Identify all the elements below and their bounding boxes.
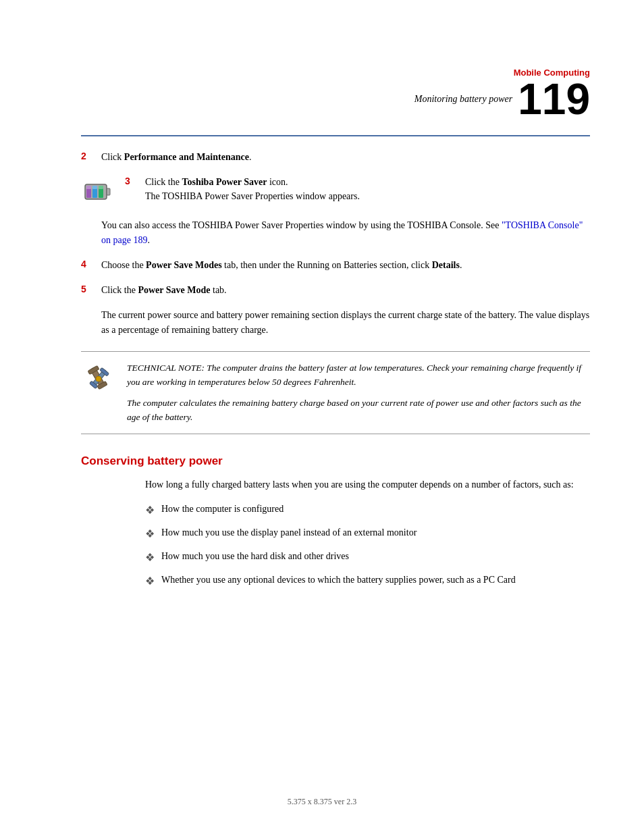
- bullet-diamond: ❖: [145, 502, 155, 519]
- step-3: 3 Click the Toshiba Power Saver icon. Th…: [81, 175, 590, 207]
- list-item: ❖ How much you use the hard disk and oth…: [145, 549, 590, 566]
- section-intro: How long a fully charged battery lasts w…: [145, 477, 590, 492]
- bullet-text-3: How much you use the hard disk and other…: [161, 549, 349, 563]
- section-heading: Conserving battery power: [81, 454, 590, 468]
- step-4: 4 Choose the Power Save Modes tab, then …: [81, 258, 590, 272]
- content-area: 2 Click Performance and Maintenance.: [81, 135, 590, 596]
- note-line2: The computer calculates the remaining ba…: [127, 396, 590, 425]
- svg-rect-1: [107, 188, 110, 195]
- step-4-content: Choose the Power Save Modes tab, then un…: [101, 258, 590, 272]
- step-2-number: 2: [81, 150, 101, 161]
- bullet-text-1: How the computer is configured: [161, 502, 284, 516]
- note-block: TECHNICAL NOTE: The computer drains the …: [81, 351, 590, 435]
- note-text-col: TECHNICAL NOTE: The computer drains the …: [127, 361, 590, 425]
- step-5-content: Click the Power Save Mode tab.: [101, 283, 590, 297]
- svg-rect-6: [92, 186, 97, 189]
- step-2: 2 Click Performance and Maintenance.: [81, 150, 590, 164]
- top-rule: [81, 135, 590, 136]
- svg-rect-5: [86, 186, 91, 189]
- step-3-content: 3 Click the Toshiba Power Saver icon. Th…: [125, 175, 590, 206]
- list-item: ❖ How much you use the display panel ins…: [145, 525, 590, 542]
- step-5-description: The current power source and battery pow…: [101, 308, 590, 337]
- step-5: 5 Click the Power Save Mode tab.: [81, 283, 590, 297]
- step-3-text: Click the Toshiba Power Saver icon.: [145, 175, 590, 189]
- bullet-text-4: Whether you use any optional devices to …: [161, 573, 516, 587]
- tools-icon-col: [81, 361, 116, 399]
- subtitle-text: Monitoring battery power: [414, 94, 512, 105]
- step-4-text: Choose the Power Save Modes tab, then un…: [101, 258, 590, 272]
- step-2-content: Click Performance and Maintenance.: [101, 150, 590, 164]
- step-5-number: 5: [81, 283, 101, 294]
- step-3-icon-col: [81, 175, 125, 207]
- list-item: ❖ Whether you use any optional devices t…: [145, 573, 590, 590]
- bullet-text-2: How much you use the display panel inste…: [161, 525, 417, 540]
- note-line1: TECHNICAL NOTE: The computer drains the …: [127, 361, 590, 390]
- step-3-num-row: 3 Click the Toshiba Power Saver icon. Th…: [125, 175, 590, 203]
- step-5-text: Click the Power Save Mode tab.: [101, 283, 590, 297]
- step-2-text: Click Performance and Maintenance.: [101, 150, 590, 164]
- bullet-list: ❖ How the computer is configured ❖ How m…: [145, 502, 590, 590]
- svg-point-14: [96, 376, 101, 382]
- page-number: 119: [518, 78, 590, 121]
- step-3-text-col: Click the Toshiba Power Saver icon. The …: [145, 175, 590, 203]
- step-4-number: 4: [81, 258, 101, 269]
- footer-text: 5.375 x 8.375 ver 2.3: [288, 797, 356, 806]
- tools-icon: [81, 361, 116, 396]
- bullet-diamond: ❖: [145, 573, 155, 590]
- list-item: ❖ How the computer is configured: [145, 502, 590, 519]
- step-3-subtext: The TOSHIBA Power Saver Properties windo…: [145, 189, 590, 203]
- svg-rect-7: [99, 186, 103, 189]
- battery-icon: [81, 175, 113, 207]
- toshiba-console-link[interactable]: "TOSHIBA Console" on page 189: [101, 220, 583, 245]
- extra-paragraph: You can also access the TOSHIBA Power Sa…: [101, 218, 590, 247]
- bullet-diamond: ❖: [145, 550, 155, 566]
- step-3-number: 3: [125, 175, 145, 186]
- page-title-line: Monitoring battery power 119: [414, 78, 590, 121]
- bullet-diamond: ❖: [145, 526, 155, 542]
- page-header: Mobile Computing Monitoring battery powe…: [414, 68, 590, 121]
- page-footer: 5.375 x 8.375 ver 2.3: [0, 797, 644, 807]
